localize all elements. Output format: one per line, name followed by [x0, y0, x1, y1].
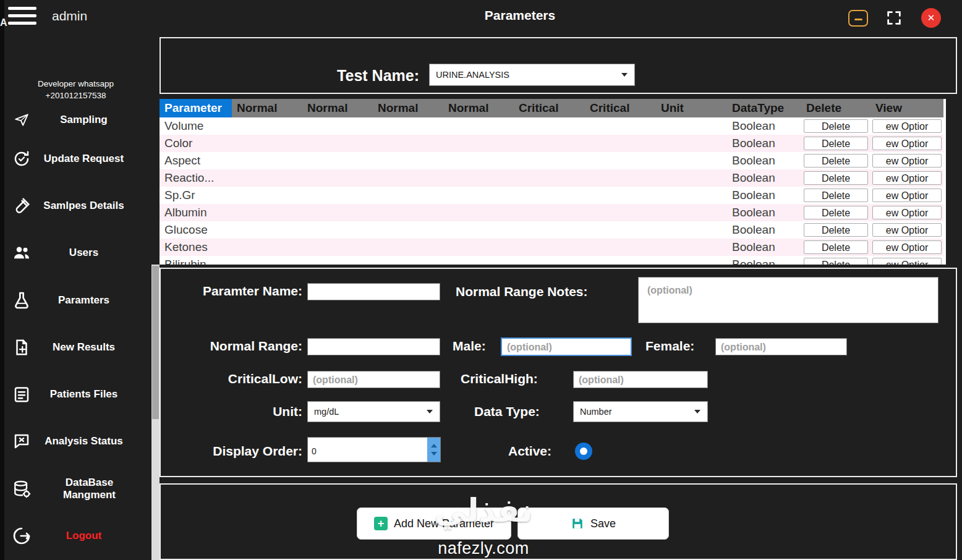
database-gear-icon	[10, 477, 33, 501]
critical-low-input[interactable]	[307, 371, 440, 388]
column-header-normal[interactable]: Normal	[302, 99, 373, 117]
table-row[interactable]: Volume Boolean Delete ew Optior	[160, 117, 943, 135]
column-header-unit[interactable]: Unit	[656, 99, 727, 117]
datatype-cell: Boolean	[727, 239, 801, 256]
sidebar-item-users[interactable]: Users	[0, 238, 151, 268]
critical-high-input[interactable]	[573, 371, 708, 388]
spinner-up-icon	[431, 444, 437, 448]
column-header-parameter[interactable]: Parameter	[160, 99, 232, 117]
parameter-name-input[interactable]	[307, 283, 440, 300]
delete-button[interactable]: Delete	[804, 171, 868, 185]
view-options-button[interactable]: ew Optior	[872, 119, 942, 133]
logged-in-user: admin	[52, 9, 87, 23]
active-radio[interactable]	[575, 443, 592, 460]
sidebar-item-patients-files[interactable]: Patients Files	[0, 380, 151, 409]
minimize-button[interactable]	[848, 10, 868, 27]
add-new-parameter-label: Add New Parameter	[394, 517, 494, 530]
sidebar-item-database-management[interactable]: DataBase Mangment	[0, 470, 151, 508]
table-row[interactable]: Bilirubin Boolean Delete ew Optior	[160, 256, 943, 265]
page-title: Parameters	[485, 8, 555, 23]
normal-range-notes-label: Normal Range Notes:	[456, 284, 588, 299]
datatype-cell: Boolean	[727, 152, 801, 169]
view-options-button[interactable]: ew Optior	[872, 240, 942, 254]
scrollbar-thumb[interactable]	[152, 266, 159, 419]
female-input[interactable]	[715, 338, 847, 355]
normal-range-notes-textarea[interactable]	[638, 277, 939, 323]
fullscreen-icon	[885, 9, 903, 27]
sidebar-item-label: Users	[33, 247, 151, 259]
display-order-input[interactable]	[308, 438, 427, 462]
paper-plane-icon	[10, 108, 33, 132]
data-type-select[interactable]: Number	[573, 401, 708, 422]
plus-icon: +	[374, 517, 388, 530]
column-header-view[interactable]: View	[870, 99, 943, 117]
test-name-select[interactable]: URINE.ANALYSIS	[429, 64, 635, 86]
close-button[interactable]: ✕	[921, 8, 941, 28]
add-new-parameter-button[interactable]: + Add New Parameter	[357, 507, 511, 540]
main-scrollbar[interactable]	[151, 265, 160, 560]
table-row[interactable]: Sp.Gr Boolean Delete ew Optior	[160, 187, 943, 204]
table-row[interactable]: Reactio... Boolean Delete ew Optior	[160, 169, 943, 187]
menu-icon[interactable]	[8, 7, 38, 30]
delete-button[interactable]: Delete	[804, 240, 868, 254]
table-row[interactable]: Aspect Boolean Delete ew Optior	[160, 152, 943, 169]
empty-cells	[232, 152, 727, 169]
fullscreen-button[interactable]	[885, 9, 903, 27]
column-header-normal[interactable]: Normal	[232, 99, 302, 117]
delete-button[interactable]: Delete	[804, 206, 868, 219]
display-order-stepper	[307, 437, 441, 462]
parameter-cell: Ketones	[160, 239, 232, 256]
delete-button[interactable]: Delete	[804, 189, 868, 202]
view-options-button[interactable]: ew Optior	[872, 223, 942, 237]
view-options-button[interactable]: ew Optior	[872, 206, 942, 219]
view-cell: ew Optior	[870, 117, 943, 135]
view-options-button[interactable]: ew Optior	[872, 137, 942, 150]
sidebar-item-update-request[interactable]: Update Request	[0, 144, 151, 174]
delete-button[interactable]: Delete	[804, 258, 868, 265]
parameter-cell: Bilirubin	[160, 256, 232, 265]
column-header-normal[interactable]: Normal	[443, 99, 514, 117]
delete-button[interactable]: Delete	[804, 119, 868, 133]
unit-select[interactable]: mg/dL	[307, 401, 440, 422]
analysis-chat-icon	[10, 430, 33, 453]
column-header-normal[interactable]: Normal	[373, 99, 443, 117]
delete-button[interactable]: Delete	[804, 137, 868, 150]
column-header-datatype[interactable]: DataType	[727, 99, 801, 117]
normal-range-input[interactable]	[307, 338, 440, 355]
table-row[interactable]: Glucose Boolean Delete ew Optior	[160, 221, 943, 239]
view-options-button[interactable]: ew Optior	[872, 171, 942, 185]
unit-label: Unit:	[161, 404, 302, 419]
view-options-button[interactable]: ew Optior	[872, 154, 942, 168]
table-row[interactable]: Albumin Boolean Delete ew Optior	[160, 204, 943, 221]
view-options-button[interactable]: ew Optior	[872, 258, 942, 265]
sidebar-item-new-results[interactable]: New Results	[0, 333, 151, 362]
app-window: A admin Parameters ✕ Developer whatsapp …	[0, 0, 962, 560]
delete-cell: Delete	[801, 256, 870, 265]
column-header-critical[interactable]: Critical	[514, 99, 585, 117]
sidebar-item-sampling[interactable]: Sampling	[0, 105, 151, 135]
column-header-delete[interactable]: Delete	[801, 99, 870, 117]
delete-button[interactable]: Delete	[804, 223, 868, 237]
spinner-buttons[interactable]	[427, 438, 440, 462]
view-cell: ew Optior	[870, 152, 943, 169]
delete-cell: Delete	[801, 239, 870, 256]
table-row[interactable]: Color Boolean Delete ew Optior	[160, 135, 943, 152]
table-row[interactable]: Ketones Boolean Delete ew Optior	[160, 239, 943, 256]
delete-cell: Delete	[801, 169, 870, 187]
save-button[interactable]: Save	[517, 507, 669, 540]
chevron-down-icon	[427, 410, 433, 414]
sidebar-item-parameters[interactable]: Paramters	[0, 286, 151, 315]
column-header-critical[interactable]: Critical	[585, 99, 656, 117]
empty-cells	[232, 169, 727, 187]
parameter-cell: Sp.Gr	[160, 187, 232, 204]
sidebar-item-logout[interactable]: Logout	[0, 521, 151, 551]
view-cell: ew Optior	[870, 169, 943, 187]
delete-button[interactable]: Delete	[804, 154, 868, 168]
view-options-button[interactable]: ew Optior	[872, 189, 942, 202]
sidebar-item-analysis-status[interactable]: Analysis Status	[0, 426, 151, 456]
sidebar-item-samples-details[interactable]: Samlpes Details	[0, 191, 151, 221]
delete-cell: Delete	[801, 152, 870, 169]
parameter-cell: Reactio...	[160, 169, 232, 187]
male-input[interactable]	[501, 337, 632, 356]
view-cell: ew Optior	[870, 135, 943, 152]
